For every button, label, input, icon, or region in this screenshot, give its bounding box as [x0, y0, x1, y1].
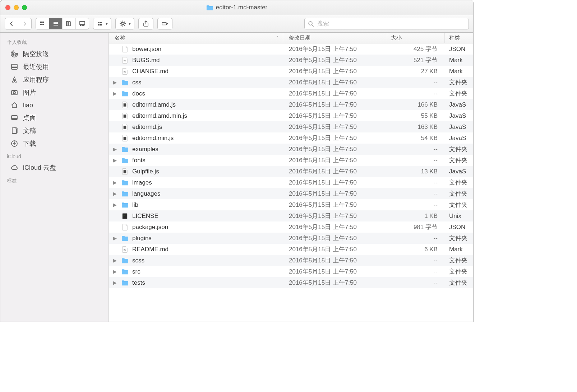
- file-icon: [121, 179, 129, 187]
- search-field[interactable]: [304, 18, 469, 29]
- disclosure-triangle-icon[interactable]: ▶: [109, 269, 121, 274]
- cloud-icon: [10, 164, 19, 172]
- table-row[interactable]: LICENSE2016年5月15日 上午7:501 KBUnix: [109, 210, 473, 221]
- disclosure-triangle-icon[interactable]: ▶: [109, 191, 121, 196]
- file-name: examples: [132, 146, 158, 153]
- disclosure-triangle-icon[interactable]: ▶: [109, 202, 121, 207]
- table-row[interactable]: ▶docs2016年5月15日 上午7:50--文件夹: [109, 88, 473, 99]
- search-input[interactable]: [316, 20, 466, 28]
- sidebar-item-home[interactable]: liao: [0, 99, 109, 111]
- view-gallery-button[interactable]: [76, 18, 89, 29]
- sidebar-item-pictures[interactable]: 图片: [0, 86, 109, 99]
- file-kind: 文件夹: [445, 234, 473, 242]
- table-row[interactable]: editormd.amd.min.js2016年5月15日 上午7:5055 K…: [109, 110, 473, 121]
- file-date: 2016年5月15日 上午7:50: [283, 156, 387, 164]
- pictures-icon: [10, 89, 19, 97]
- group-by-button[interactable]: ▾: [93, 18, 111, 29]
- file-size: 27 KB: [387, 68, 445, 75]
- file-kind: Mark: [445, 246, 473, 253]
- file-kind: JavaS: [445, 123, 473, 131]
- airdrop-icon: [10, 50, 19, 58]
- file-name: scss: [132, 257, 144, 264]
- sidebar-item-airdrop[interactable]: 隔空投送: [0, 47, 109, 60]
- table-row[interactable]: CHANGE.md2016年5月15日 上午7:5027 KBMark: [109, 66, 473, 77]
- sidebar-item-documents[interactable]: 文稿: [0, 124, 109, 137]
- sidebar-item-cloud[interactable]: iCloud 云盘: [0, 161, 109, 174]
- table-row[interactable]: editormd.amd.js2016年5月15日 上午7:50166 KBJa…: [109, 99, 473, 110]
- content-area: 名称˄ 修改日期 大小 种类 bower.json2016年5月15日 上午7:…: [109, 33, 473, 322]
- column-header-date[interactable]: 修改日期: [283, 33, 387, 43]
- disclosure-triangle-icon[interactable]: ▶: [109, 91, 121, 96]
- file-kind: 文件夹: [445, 156, 473, 164]
- view-icons-button[interactable]: [36, 18, 49, 29]
- disclosure-triangle-icon[interactable]: ▶: [109, 146, 121, 152]
- chevron-down-icon: ▾: [129, 21, 131, 26]
- title-folder-icon: [206, 4, 213, 11]
- file-name: editormd.amd.js: [132, 101, 176, 108]
- window-title: editor-1.md-master: [216, 4, 268, 11]
- sidebar-item-apps[interactable]: 应用程序: [0, 73, 109, 86]
- table-row[interactable]: ▶fonts2016年5月15日 上午7:50--文件夹: [109, 155, 473, 166]
- view-list-button[interactable]: [49, 18, 63, 29]
- zoom-window-button[interactable]: [22, 5, 27, 10]
- share-button[interactable]: [138, 18, 153, 29]
- minimize-window-button[interactable]: [14, 5, 19, 10]
- table-row[interactable]: README.md2016年5月15日 上午7:506 KBMark: [109, 244, 473, 255]
- sidebar-item-recents[interactable]: 最近使用: [0, 60, 109, 73]
- table-row[interactable]: ▶tests2016年5月15日 上午7:50--文件夹: [109, 277, 473, 288]
- table-row[interactable]: ▶languages2016年5月15日 上午7:50--文件夹: [109, 188, 473, 199]
- forward-button[interactable]: [18, 18, 31, 29]
- tags-button[interactable]: [157, 18, 172, 29]
- column-header-size[interactable]: 大小: [387, 33, 445, 43]
- table-row[interactable]: bower.json2016年5月15日 上午7:50425 字节JSON: [109, 43, 473, 55]
- table-row[interactable]: editormd.js2016年5月15日 上午7:50163 KBJavaS: [109, 121, 473, 132]
- table-row[interactable]: ▶scss2016年5月15日 上午7:50--文件夹: [109, 255, 473, 266]
- table-row[interactable]: ▶lib2016年5月15日 上午7:50--文件夹: [109, 199, 473, 210]
- back-button[interactable]: [5, 18, 18, 29]
- close-window-button[interactable]: [5, 5, 10, 10]
- table-row[interactable]: editormd.min.js2016年5月15日 上午7:5054 KBJav…: [109, 132, 473, 144]
- action-menu-button[interactable]: ▾: [115, 18, 134, 29]
- table-row[interactable]: package.json2016年5月15日 上午7:50981 字节JSON: [109, 221, 473, 233]
- file-size: 54 KB: [387, 135, 445, 142]
- disclosure-triangle-icon[interactable]: ▶: [109, 80, 121, 85]
- file-name: package.json: [132, 224, 168, 231]
- table-row[interactable]: BUGS.md2016年5月15日 上午7:50521 字节Mark: [109, 55, 473, 66]
- file-size: 55 KB: [387, 112, 445, 120]
- sidebar: 个人收藏隔空投送最近使用应用程序图片liao桌面文稿下载iCloudiCloud…: [0, 33, 109, 322]
- table-row[interactable]: ▶src2016年5月15日 上午7:50--文件夹: [109, 266, 473, 277]
- file-kind: Unix: [445, 213, 473, 220]
- desktop-icon: [10, 114, 19, 122]
- table-row[interactable]: ▶css2016年5月15日 上午7:50--文件夹: [109, 77, 473, 88]
- sidebar-item-desktop[interactable]: 桌面: [0, 111, 109, 124]
- file-date: 2016年5月15日 上午7:50: [283, 78, 387, 87]
- file-kind: JavaS: [445, 135, 473, 142]
- file-size: 1 KB: [387, 213, 445, 220]
- disclosure-triangle-icon[interactable]: ▶: [109, 235, 121, 241]
- table-row[interactable]: ▶images2016年5月15日 上午7:50--文件夹: [109, 177, 473, 188]
- table-row[interactable]: Gulpfile.js2016年5月15日 上午7:5013 KBJavaS: [109, 166, 473, 177]
- column-header-kind[interactable]: 种类: [445, 33, 473, 43]
- disclosure-triangle-icon[interactable]: ▶: [109, 158, 121, 163]
- file-kind: JavaS: [445, 101, 473, 108]
- table-row[interactable]: ▶examples2016年5月15日 上午7:50--文件夹: [109, 144, 473, 155]
- file-icon: [121, 56, 129, 64]
- column-header-name[interactable]: 名称˄: [109, 33, 283, 43]
- file-size: 13 KB: [387, 168, 445, 175]
- file-date: 2016年5月15日 上午7:50: [283, 101, 387, 109]
- table-row[interactable]: ▶plugins2016年5月15日 上午7:50--文件夹: [109, 233, 473, 244]
- file-size: 166 KB: [387, 101, 445, 108]
- file-date: 2016年5月15日 上午7:50: [283, 134, 387, 142]
- file-size: 425 字节: [387, 45, 445, 53]
- downloads-icon: [10, 140, 19, 148]
- disclosure-triangle-icon[interactable]: ▶: [109, 258, 121, 263]
- file-date: 2016年5月15日 上午7:50: [283, 223, 387, 231]
- file-kind: 文件夹: [445, 256, 473, 265]
- view-mode-segment: [36, 18, 89, 29]
- disclosure-triangle-icon[interactable]: ▶: [109, 180, 121, 185]
- view-columns-button[interactable]: [63, 18, 76, 29]
- documents-icon: [10, 127, 19, 135]
- file-name: bower.json: [132, 46, 161, 53]
- disclosure-triangle-icon[interactable]: ▶: [109, 280, 121, 285]
- sidebar-item-downloads[interactable]: 下载: [0, 137, 109, 150]
